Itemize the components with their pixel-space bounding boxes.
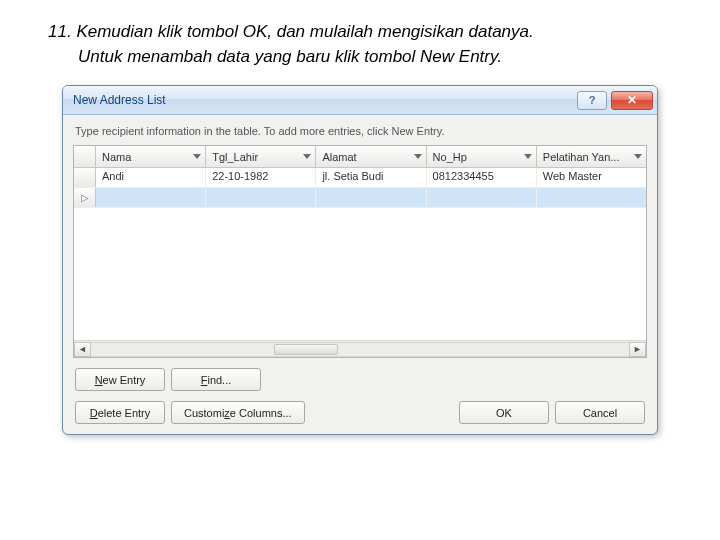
cancel-button[interactable]: Cancel bbox=[555, 401, 645, 424]
titlebar[interactable]: New Address List ? ✕ bbox=[63, 86, 657, 115]
instruction-line2: Untuk menambah data yang baru klik tombo… bbox=[48, 45, 672, 70]
instruction-number: 11. bbox=[48, 22, 72, 41]
address-table: Nama Tgl_Lahir Alamat No_Hp Pelatihan Ya… bbox=[73, 145, 647, 358]
new-entry-button[interactable]: New Entry bbox=[75, 368, 165, 391]
cell-pelatihan[interactable]: Web Master bbox=[537, 168, 646, 187]
cell-empty[interactable] bbox=[206, 188, 316, 207]
close-button[interactable]: ✕ bbox=[611, 91, 653, 110]
chevron-down-icon bbox=[414, 154, 422, 159]
table-row[interactable]: Andi 22-10-1982 jl. Setia Budi 081233445… bbox=[74, 168, 646, 188]
horizontal-scrollbar[interactable]: ◄ ► bbox=[74, 340, 646, 357]
scroll-left-button[interactable]: ◄ bbox=[74, 342, 91, 357]
scroll-right-button[interactable]: ► bbox=[629, 342, 646, 357]
cell-alamat[interactable]: jl. Setia Budi bbox=[316, 168, 426, 187]
help-icon: ? bbox=[589, 94, 596, 106]
button-row-1: New Entry Find... bbox=[63, 358, 657, 401]
customize-columns-button[interactable]: Customize Columns... bbox=[171, 401, 305, 424]
cell-empty[interactable] bbox=[96, 188, 206, 207]
cell-empty[interactable] bbox=[427, 188, 537, 207]
chevron-down-icon bbox=[193, 154, 201, 159]
help-button[interactable]: ? bbox=[577, 91, 607, 110]
column-label: No_Hp bbox=[433, 151, 520, 163]
row-header[interactable] bbox=[74, 168, 96, 187]
find-button[interactable]: Find... bbox=[171, 368, 261, 391]
instruction-line1: Kemudian klik tombol OK, dan mulailah me… bbox=[76, 22, 533, 41]
row-header-corner bbox=[74, 146, 96, 167]
cell-nama[interactable]: Andi bbox=[96, 168, 206, 187]
column-header-nama[interactable]: Nama bbox=[96, 146, 206, 167]
column-header-alamat[interactable]: Alamat bbox=[316, 146, 426, 167]
hint-text: Type recipient information in the table.… bbox=[63, 115, 657, 145]
cell-empty[interactable] bbox=[537, 188, 646, 207]
chevron-down-icon bbox=[634, 154, 642, 159]
table-body[interactable]: Andi 22-10-1982 jl. Setia Budi 081233445… bbox=[74, 168, 646, 340]
scroll-thumb[interactable] bbox=[274, 344, 339, 355]
row-header-new-indicator[interactable] bbox=[74, 188, 96, 207]
column-label: Tgl_Lahir bbox=[212, 151, 299, 163]
column-header-tgl-lahir[interactable]: Tgl_Lahir bbox=[206, 146, 316, 167]
column-label: Nama bbox=[102, 151, 189, 163]
scroll-track[interactable] bbox=[91, 342, 629, 357]
column-label: Pelatihan Yan... bbox=[543, 151, 630, 163]
button-row-2: Delete Entry Customize Columns... OK Can… bbox=[63, 401, 657, 434]
dialog-title: New Address List bbox=[73, 93, 573, 107]
new-address-list-dialog: New Address List ? ✕ Type recipient info… bbox=[62, 85, 658, 435]
cell-tgl-lahir[interactable]: 22-10-1982 bbox=[206, 168, 316, 187]
instruction-text: 11. Kemudian klik tombol OK, dan mulaila… bbox=[0, 0, 720, 85]
table-header: Nama Tgl_Lahir Alamat No_Hp Pelatihan Ya… bbox=[74, 146, 646, 168]
column-header-no-hp[interactable]: No_Hp bbox=[427, 146, 537, 167]
chevron-down-icon bbox=[303, 154, 311, 159]
delete-entry-button[interactable]: Delete Entry bbox=[75, 401, 165, 424]
close-icon: ✕ bbox=[627, 93, 637, 107]
ok-button[interactable]: OK bbox=[459, 401, 549, 424]
table-row-new[interactable] bbox=[74, 188, 646, 208]
cell-no-hp[interactable]: 0812334455 bbox=[427, 168, 537, 187]
column-label: Alamat bbox=[322, 151, 409, 163]
chevron-down-icon bbox=[524, 154, 532, 159]
cell-empty[interactable] bbox=[316, 188, 426, 207]
column-header-pelatihan[interactable]: Pelatihan Yan... bbox=[537, 146, 646, 167]
